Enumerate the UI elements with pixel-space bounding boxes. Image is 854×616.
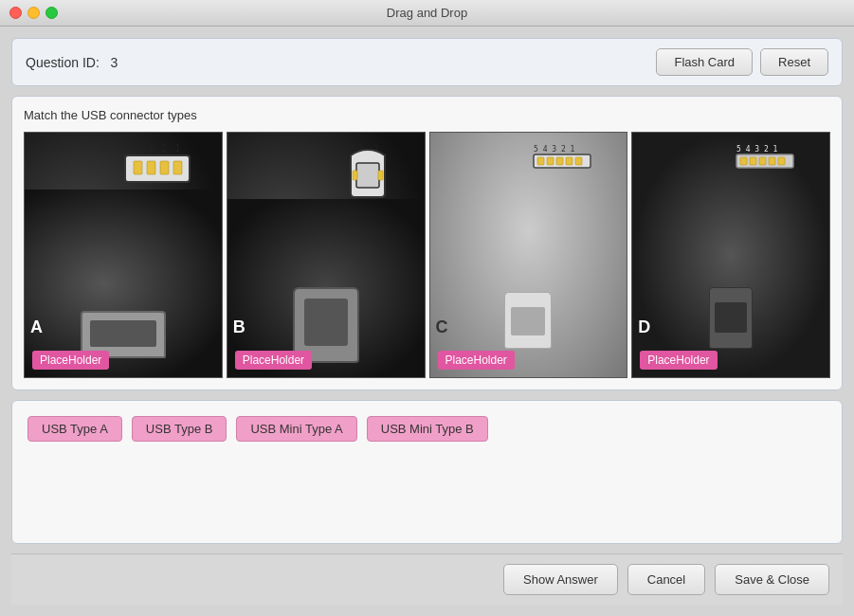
image-cell-a: 4 3 2 1 [24, 132, 223, 378]
svg-rect-27 [759, 157, 766, 165]
images-row: 4 3 2 1 [24, 132, 830, 378]
svg-rect-7 [160, 161, 169, 174]
svg-text:1: 1 [174, 143, 180, 154]
question-id-display: Question ID: 3 [26, 55, 118, 70]
question-id-value: 3 [111, 55, 118, 70]
svg-rect-28 [769, 157, 775, 165]
svg-text:5 4 3 2 1: 5 4 3 2 1 [736, 145, 778, 154]
svg-rect-20 [556, 157, 563, 165]
header-bar: Question ID: 3 Flash Card Reset [11, 38, 843, 86]
drag-chip-1[interactable]: USB Type A [27, 416, 122, 442]
minimize-button[interactable] [27, 7, 40, 19]
image-cell-d: 5 4 3 2 1 D PlaceHolder [631, 132, 830, 378]
question-area: Match the USB connector types 4 3 2 1 [11, 96, 843, 390]
svg-rect-29 [778, 157, 785, 165]
header-buttons: Flash Card Reset [656, 48, 828, 76]
show-answer-button[interactable]: Show Answer [503, 564, 618, 595]
drag-chip-3[interactable]: USB Mini Type A [236, 416, 356, 442]
svg-text:5 4 3 2 1: 5 4 3 2 1 [534, 145, 575, 154]
svg-rect-15 [378, 171, 383, 180]
image-letter-d: D [638, 317, 650, 337]
svg-rect-5 [134, 161, 142, 174]
svg-rect-18 [537, 157, 544, 165]
drag-chip-2[interactable]: USB Type B [132, 416, 227, 442]
titlebar: Drag and Drop [0, 0, 854, 27]
placeholder-badge-c[interactable]: PlaceHolder [438, 351, 515, 370]
image-letter-c: C [436, 317, 448, 337]
connector-tip-c [504, 292, 552, 349]
placeholder-badge-b[interactable]: PlaceHolder [235, 351, 312, 370]
svg-text:2: 2 [161, 143, 167, 154]
placeholder-badge-a[interactable]: PlaceHolder [32, 351, 109, 370]
flash-card-button[interactable]: Flash Card [656, 48, 753, 76]
svg-rect-6 [147, 161, 155, 174]
close-button[interactable] [9, 7, 22, 19]
question-id-label: Question ID: [26, 55, 100, 70]
image-letter-b: B [233, 317, 245, 337]
svg-rect-22 [575, 157, 582, 165]
svg-rect-13 [356, 163, 379, 188]
usb-mini-a-diagram: 5 4 3 2 1 [532, 142, 617, 174]
footer-bar: Show Answer Cancel Save & Close [11, 553, 843, 605]
svg-rect-21 [566, 157, 572, 165]
svg-text:4: 4 [135, 143, 140, 154]
connector-tip-d [709, 287, 753, 349]
drag-chips-container: USB Type A USB Type B USB Mini Type A US… [27, 416, 827, 442]
window-controls[interactable] [9, 7, 58, 19]
usb-mini-b-diagram: 5 4 3 2 1 [735, 142, 820, 174]
save-close-button[interactable]: Save & Close [715, 564, 829, 595]
window-title: Drag and Drop [387, 6, 467, 20]
svg-rect-19 [547, 157, 554, 165]
drag-area: USB Type A USB Type B USB Mini Type A US… [11, 400, 843, 544]
image-cell-b: 1 2 4 3 [227, 132, 426, 378]
svg-text:3: 3 [148, 143, 154, 154]
svg-rect-8 [173, 161, 182, 174]
image-cell-c: 5 4 3 2 1 C PlaceHolder [429, 132, 628, 378]
maximize-button[interactable] [45, 7, 58, 19]
question-instruction: Match the USB connector types [24, 108, 830, 122]
placeholder-badge-d[interactable]: PlaceHolder [640, 351, 717, 370]
svg-rect-14 [353, 171, 357, 180]
drag-chip-4[interactable]: USB Mini Type B [367, 416, 488, 442]
cancel-button[interactable]: Cancel [627, 564, 705, 595]
image-letter-a: A [30, 317, 43, 337]
reset-button[interactable]: Reset [760, 48, 828, 76]
main-content: Question ID: 3 Flash Card Reset Match th… [0, 27, 854, 616]
svg-rect-26 [750, 157, 756, 165]
svg-rect-25 [740, 157, 747, 165]
